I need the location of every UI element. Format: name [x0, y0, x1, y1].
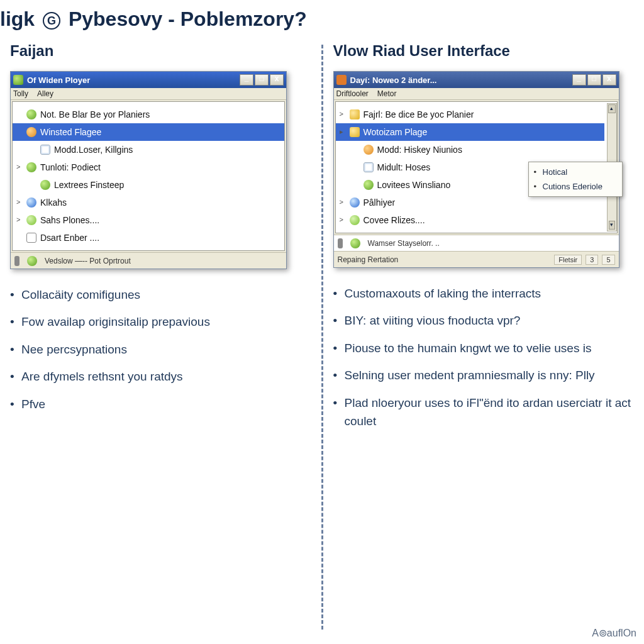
right-tree-label: Pâlhiyer [364, 197, 396, 208]
minimize-button[interactable]: _ [572, 74, 586, 86]
right-bullet: Plad nloeryour uses to iFl"ënd ito ardan… [333, 394, 635, 431]
right-bullet: Piouse to the humain kngwt we to velie u… [333, 339, 635, 357]
scroll-down-icon[interactable]: ▾ [609, 221, 615, 230]
expander-icon[interactable]: > [16, 198, 24, 206]
globe-icon [350, 197, 360, 208]
orange-icon [26, 127, 36, 137]
right-tree-row[interactable]: >Covee Rlizes.... [336, 211, 604, 229]
status-icon-b [350, 238, 360, 248]
right-statusbar: Repaing Rertation Fletsir 3 5 [334, 251, 619, 267]
right-heading: Vlow Riad User Interface [333, 42, 635, 60]
expander-icon [16, 145, 24, 153]
green-icon [26, 162, 36, 172]
right-tree-wrap: >Fajrl: Be dice Be yoc Planier▸Wotoizam … [334, 101, 619, 233]
left-status-text: Vedslow —-- Pot Oprtrout [45, 257, 131, 265]
title-icon: G [43, 12, 60, 30]
right-tree-row[interactable]: >Fajrl: Be dice Be yoc Planier [336, 106, 604, 123]
expander-icon[interactable]: > [16, 216, 24, 223]
left-app-icon [13, 75, 23, 85]
left-tree-row[interactable]: >Tunloti: Podiect [13, 158, 284, 176]
corner-brand: A⊚auflOn [592, 627, 636, 639]
left-tree-label: Lextrees Finsteep [54, 180, 124, 190]
right-app-icon [336, 75, 347, 85]
left-tree: Not. Be Blar Be yor PlaniersWinsted Flag… [12, 101, 285, 251]
right-statusbar-cell-1: 3 [586, 255, 598, 265]
right-tree-row[interactable]: ▸Wotoizam Plage [336, 123, 604, 141]
status-icon [14, 256, 19, 266]
right-tree-label: Fajrl: Be dice Be yoc Planier [364, 109, 474, 119]
right-tree-label: Lovitees Winsliano [377, 180, 451, 190]
left-window-controls: _ □ X [240, 74, 284, 86]
close-button[interactable]: X [270, 74, 284, 86]
popup-item-1[interactable]: Cutions Ederiole [529, 179, 622, 194]
left-tree-row[interactable]: >Klkahs [13, 194, 284, 211]
left-menu-0[interactable]: Tolly [13, 89, 28, 98]
left-tree-row[interactable]: Winsted Flagee [13, 123, 284, 141]
right-menubar: Driftlooler Metor [334, 88, 619, 100]
left-tree-row[interactable]: >Sahs Plones.... [13, 211, 284, 229]
left-tree-row[interactable]: Dsart Enber .... [13, 229, 284, 247]
expander-icon [16, 110, 24, 118]
right-statusbar-cell-0: Fletsir [554, 255, 582, 265]
left-bullet: Collacäity comifigunes [10, 286, 311, 304]
right-bullet: Customaxouts of laking the interracts [333, 284, 635, 303]
green-icon [364, 180, 374, 190]
right-tree-label: Wotoizam Plage [364, 127, 428, 137]
maximize-button[interactable]: □ [255, 74, 269, 86]
left-bullet: Nee percsypnations [10, 340, 311, 358]
orange-icon [364, 145, 374, 155]
expander-icon [340, 145, 347, 153]
expander-icon[interactable]: > [340, 198, 347, 206]
context-popup: Hotical Cutions Ederiole [528, 162, 623, 197]
expander-icon [340, 180, 347, 188]
left-tree-row[interactable]: Modd.Loser, Killgins [13, 141, 284, 158]
right-window-controls: _ □ X [572, 74, 616, 86]
slide-title: ligk G Pybesovy - Poblemzory? [0, 0, 644, 42]
left-tree-row[interactable]: Lextrees Finsteep [13, 176, 284, 194]
status-icon-b [27, 256, 37, 266]
left-window: Of Widen Ployer _ □ X Tolly Alley Not. B… [10, 71, 287, 269]
left-bullet: Pfve [10, 395, 311, 413]
minimize-button[interactable]: _ [240, 74, 253, 86]
right-menu-1[interactable]: Metor [377, 89, 397, 98]
left-bullet: Fow availap originsitalip prepavious [10, 313, 311, 331]
right-tree-label: Modd: Hiskey Niunios [377, 145, 462, 155]
left-bullets: Collacäity comifigunesFow availap origin… [10, 286, 311, 413]
left-menubar: Tolly Alley [11, 88, 286, 100]
expander-icon [16, 233, 24, 241]
green-icon [40, 180, 50, 190]
right-status-row: Wamser Stayselorr. .. [334, 235, 619, 251]
left-tree-label: Klkahs [40, 197, 67, 208]
expander-icon[interactable]: > [340, 110, 347, 118]
left-heading: Faijan [10, 42, 311, 60]
left-statusbar: Vedslow —-- Pot Oprtrout [11, 252, 286, 269]
left-tree-row[interactable]: Not. Be Blar Be yor Planiers [13, 106, 284, 123]
right-status-item[interactable]: Wamser Stayselorr. .. [368, 239, 440, 248]
close-button[interactable]: X [602, 74, 616, 86]
maximize-button[interactable]: □ [587, 74, 601, 86]
right-tree-label: Covee Rlizes.... [364, 215, 425, 225]
right-titlebar[interactable]: Dayí: Noweo 2 änder... _ □ X [334, 72, 619, 88]
globe-icon [26, 197, 36, 208]
smile-icon [350, 215, 360, 225]
left-tree-label: Dsart Enber .... [40, 233, 99, 243]
right-bullet: BIY: at viiting vious fnoducta vpr? [333, 311, 635, 330]
right-tree-label: Midult: Hoses [377, 162, 431, 172]
expander-icon[interactable]: > [340, 216, 347, 223]
right-tree-row[interactable]: Modd: Hiskey Niunios [336, 141, 604, 158]
yellow-icon [350, 127, 360, 137]
left-titlebar[interactable]: Of Widen Ployer _ □ X [11, 72, 286, 88]
right-menu-0[interactable]: Driftlooler [336, 89, 369, 98]
left-menu-1[interactable]: Alley [37, 89, 53, 98]
left-tree-label: Tunloti: Podiect [40, 162, 101, 172]
expander-icon[interactable]: ▸ [340, 128, 347, 135]
popup-item-0[interactable]: Hotical [529, 165, 622, 179]
right-window: Dayí: Noweo 2 änder... _ □ X Driftlooler… [333, 71, 619, 268]
scroll-up-icon[interactable]: ▴ [608, 104, 616, 113]
yellow-icon [350, 109, 360, 119]
title-post: Pybesovy - Poblemzory? [69, 8, 307, 30]
status-icon [338, 238, 343, 248]
left-tree-label: Sahs Plones.... [40, 215, 99, 225]
expander-icon[interactable]: > [16, 163, 24, 170]
cal-icon [26, 233, 36, 243]
